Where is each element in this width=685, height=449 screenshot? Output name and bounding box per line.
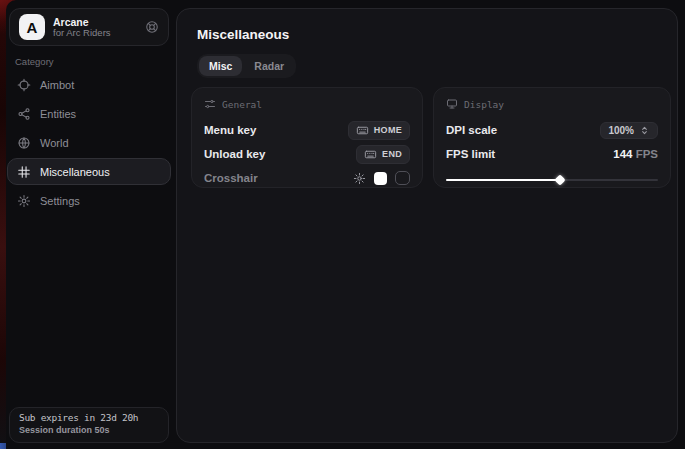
unload-key-row: Unload key END (204, 142, 410, 166)
dpi-scale-row: DPI scale 100% (446, 118, 658, 142)
crosshair-settings-icon[interactable] (353, 172, 366, 185)
general-card-header: General (204, 98, 410, 110)
display-card: Display DPI scale 100% FPS limit 144 (433, 87, 671, 188)
crosshair-controls (353, 171, 410, 185)
sidebar-item-label: Settings (40, 195, 80, 207)
sidebar-item-settings[interactable]: Settings (7, 187, 171, 214)
avatar-initial: A (27, 19, 38, 36)
menu-key-value: HOME (374, 125, 402, 135)
menu-key-label: Menu key (204, 124, 256, 136)
sidebar: A Arcane for Arc Riders Category Aimbot (6, 0, 176, 449)
grid-icon (17, 165, 31, 179)
tab-misc[interactable]: Misc (199, 56, 242, 76)
crosshair-icon (17, 78, 31, 92)
sidebar-item-miscellaneous[interactable]: Miscellaneous (7, 158, 171, 185)
sidebar-item-label: Aimbot (40, 79, 74, 91)
menu-key-row: Menu key HOME (204, 118, 410, 142)
monitor-icon (446, 98, 458, 110)
fps-number: 144 (613, 148, 632, 160)
sub-expiry-text: Sub expires in 23d 20h (19, 412, 159, 423)
dpi-scale-select[interactable]: 100% (600, 122, 658, 139)
sidebar-item-aimbot[interactable]: Aimbot (7, 71, 171, 98)
fps-limit-row: FPS limit 144 FPS (446, 142, 658, 166)
general-card: General Menu key HOME Unload key (191, 87, 423, 188)
avatar: A (19, 14, 45, 40)
sidebar-item-label: Miscellaneous (40, 166, 110, 178)
fps-limit-slider[interactable] (446, 175, 658, 184)
main-panel: Miscellaneous Misc Radar General Menu ke… (176, 8, 678, 443)
general-card-title: General (222, 99, 262, 110)
sliders-icon (204, 98, 216, 110)
fps-slider-thumb[interactable] (555, 174, 566, 185)
page-title: Miscellaneous (197, 27, 289, 42)
display-card-title: Display (464, 99, 504, 110)
crosshair-checkbox[interactable] (395, 171, 410, 185)
fps-slider-fill (446, 179, 560, 182)
profile-card: A Arcane for Arc Riders (9, 8, 169, 46)
fps-unit: FPS (636, 148, 658, 160)
fps-limit-label: FPS limit (446, 148, 495, 160)
unload-key-label: Unload key (204, 148, 265, 160)
app-subtitle: for Arc Riders (53, 28, 137, 39)
app-title: Arcane (53, 16, 137, 28)
sidebar-item-entities[interactable]: Entities (7, 100, 171, 127)
keyboard-icon (364, 148, 377, 161)
category-label: Category (15, 56, 54, 67)
menu-key-button[interactable]: HOME (348, 121, 410, 140)
sidebar-item-label: Entities (40, 108, 76, 120)
chevrons-up-down-icon (639, 125, 650, 136)
tab-radar[interactable]: Radar (244, 56, 294, 76)
fps-limit-value: 144 FPS (613, 148, 658, 160)
keyboard-icon (356, 124, 369, 137)
crosshair-color-swatch[interactable] (374, 172, 387, 185)
crosshair-label: Crosshair (204, 172, 258, 184)
entities-icon (17, 107, 31, 121)
crosshair-row: Crosshair (204, 166, 410, 190)
globe-icon (17, 136, 31, 150)
category-nav: Aimbot Entities World (7, 71, 171, 214)
tab-bar: Misc Radar (197, 54, 296, 78)
display-card-header: Display (446, 98, 658, 110)
unload-key-button[interactable]: END (356, 145, 410, 164)
dpi-scale-value: 100% (608, 125, 634, 136)
subscription-card: Sub expires in 23d 20h Session duration … (9, 407, 169, 443)
gear-icon (17, 194, 31, 208)
unload-key-value: END (382, 149, 402, 159)
sidebar-item-label: World (40, 137, 69, 149)
profile-text: Arcane for Arc Riders (53, 16, 137, 39)
dpi-scale-label: DPI scale (446, 124, 497, 136)
session-duration-text: Session duration 50s (19, 425, 159, 435)
sidebar-item-world[interactable]: World (7, 129, 171, 156)
cards-row: General Menu key HOME Unload key (191, 87, 671, 188)
support-icon[interactable] (145, 20, 159, 34)
